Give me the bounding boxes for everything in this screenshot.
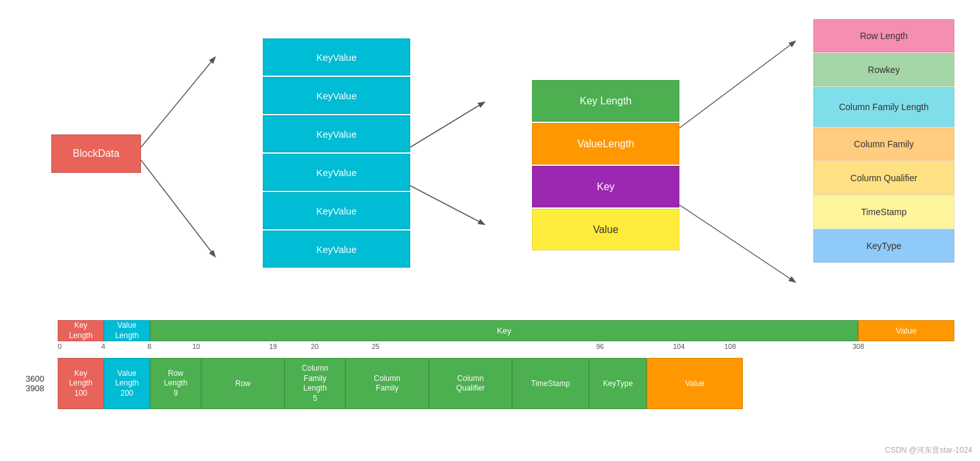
legend-column: Row Length Rowkey Column Family Length C… [813,19,954,263]
kv-item-6: KeyValue [263,230,410,268]
svg-line-1 [141,160,215,256]
detail-value: Value [532,209,679,250]
bar-value-length: ValueLength [104,320,150,341]
db-row: Row [201,358,285,409]
scale-96: 96 [596,343,604,350]
kv-item-3: KeyValue [263,115,410,152]
db-col-qualifier: ColumnQualifier [429,358,512,409]
scale-308: 308 [852,343,864,350]
legend-rowkey: Rowkey [813,53,954,86]
bar-value: Value [858,320,954,341]
bar-key: Key [150,320,858,341]
db-col-family: ColumnFamily [345,358,429,409]
db-value: Value [647,358,743,409]
scale-0: 0 [58,343,62,350]
detail-row: 3600 3908 KeyLength100 ValueLength200 Ro… [26,358,954,409]
scale-row: 0 4 8 10 19 20 25 96 104 108 308 [58,343,954,357]
scale-108: 108 [724,343,736,350]
row-label: 3600 3908 [26,358,58,409]
db-value-length: ValueLength200 [104,358,150,409]
legend-col-family-length: Column Family Length [813,87,954,127]
keyvalue-column: KeyValue KeyValue KeyValue KeyValue KeyV… [263,38,410,269]
top-bar-row: KeyLength ValueLength Key Value [58,320,954,341]
svg-line-5 [679,205,795,282]
scale-19: 19 [269,343,277,350]
detail-key: Key [532,166,679,207]
scale-20: 20 [311,343,319,350]
db-keytype: KeyType [589,358,647,409]
scale-8: 8 [147,343,151,350]
db-row-length: RowLength9 [150,358,201,409]
scale-25: 25 [372,343,379,350]
detail-value-length: ValueLength [532,123,679,165]
svg-line-2 [410,102,484,147]
legend-col-qualifier: Column Qualifier [813,161,954,195]
kv-item-2: KeyValue [263,77,410,114]
db-timestamp: TimeStamp [512,358,589,409]
legend-keytype: KeyType [813,229,954,263]
kv-item-5: KeyValue [263,192,410,229]
kv-detail-column: Key Length ValueLength Key Value [532,80,679,252]
detail-bar: KeyLength100 ValueLength200 RowLength9 R… [58,358,954,409]
scale-4: 4 [101,343,105,350]
db-col-family-length: ColumnFamilyLength5 [285,358,345,409]
diagram-area: BlockData KeyValue KeyValue KeyValue Key… [0,0,980,314]
svg-line-3 [410,186,484,224]
scale-104: 104 [673,343,685,350]
legend-col-family: Column Family [813,127,954,161]
detail-key-length: Key Length [532,80,679,122]
legend-row-length: Row Length [813,19,954,53]
blockdata-box: BlockData [51,134,141,173]
bar-key-length: KeyLength [58,320,104,341]
blockdata-label: BlockData [73,148,120,159]
kv-item-1: KeyValue [263,38,410,76]
svg-line-0 [141,58,215,147]
watermark: CSDN @河东晋star-1024 [885,445,972,456]
kv-item-4: KeyValue [263,154,410,191]
svg-line-4 [679,42,795,128]
scale-10: 10 [192,343,200,350]
legend-timestamp: TimeStamp [813,195,954,229]
bottom-section: KeyLength ValueLength Key Value 0 4 8 10… [0,314,980,409]
db-key-length: KeyLength100 [58,358,104,409]
